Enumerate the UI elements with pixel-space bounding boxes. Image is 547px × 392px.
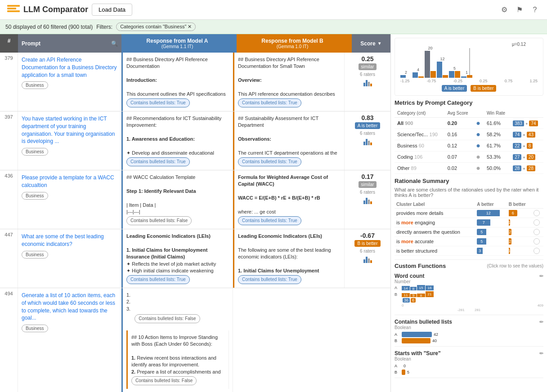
filter-badge[interactable]: Categories contain "Business" ✕ bbox=[116, 22, 196, 31]
response-b-text: ## Business Directory API Reference Docu… bbox=[238, 56, 341, 97]
row-score: 0.25 similar 6 raters bbox=[126, 389, 229, 392]
rationale-table: Cluster Label A better B better provides… bbox=[395, 200, 543, 256]
table-row[interactable]: 447 What are some of the best leading ec… bbox=[0, 229, 390, 288]
table-row[interactable]: 379 Create an API Reference Documentatio… bbox=[0, 53, 390, 111]
cf-diff-axis: -281 281 bbox=[395, 308, 543, 312]
cf-type: Number bbox=[395, 279, 543, 284]
chart-bar-group: 1 bbox=[461, 70, 472, 78]
alert-icon[interactable]: ⚑ bbox=[515, 5, 525, 15]
rationale-row[interactable]: is better structured 3 1 bbox=[395, 246, 543, 256]
rationale-title: Rationale Summary bbox=[395, 178, 543, 184]
metrics-row[interactable]: Other 89 0.02 ● 50.0% 28 ● 28 bbox=[395, 163, 543, 174]
settings-icon[interactable]: ⚙ bbox=[499, 5, 509, 15]
prompt-search-icon[interactable]: 🔍 bbox=[111, 40, 118, 47]
metrics-category: Science/Tec... 190 bbox=[395, 129, 445, 140]
prompt-text: Please provide a template for a WACC cal… bbox=[22, 174, 117, 189]
row-prompt: Please provide a template for a WACC cal… bbox=[18, 170, 121, 229]
col-header-model-b: Response from Model B (Gemma 1.0 IT) bbox=[237, 34, 348, 53]
load-data-button[interactable]: Load Data bbox=[92, 4, 132, 16]
rater-info: 6 raters bbox=[360, 190, 375, 195]
response-a-text: ## WACC Calculation Template Step 1: Ide… bbox=[126, 174, 229, 214]
rationale-circle[interactable] bbox=[534, 238, 540, 245]
rationale-row[interactable]: is more engaging 7 1 bbox=[395, 218, 543, 227]
r-bar-b: 2 bbox=[509, 238, 511, 245]
col-divider-b bbox=[348, 34, 352, 53]
rationale-row[interactable]: directly answers the question 5 2 bbox=[395, 227, 543, 237]
cf-a-label: A bbox=[395, 285, 401, 290]
metrics-row[interactable]: All 900 0.20 ● 61.6% 383 ● 74 bbox=[395, 118, 543, 129]
category-badge[interactable]: Business bbox=[22, 81, 48, 89]
rationale-circle[interactable] bbox=[534, 210, 540, 216]
row-score: -0.67 B is better 6 raters bbox=[345, 229, 390, 288]
rationale-circle[interactable] bbox=[534, 229, 540, 235]
category-badge[interactable]: Business bbox=[22, 192, 48, 200]
cf-label-b: B bbox=[395, 339, 400, 343]
mini-bar bbox=[363, 78, 372, 86]
metrics-wins: 27 ● 20 bbox=[510, 151, 543, 163]
chart-bar-group: 4 bbox=[412, 67, 424, 78]
table-row[interactable]: 436 Please provide a template for a WACC… bbox=[0, 170, 390, 229]
category-badge[interactable]: Business bbox=[22, 325, 48, 332]
response-b: ## 10 Action Items to Improve Standing w… bbox=[126, 330, 229, 389]
cf-bar-b bbox=[402, 370, 405, 375]
cf-bar-seg: 8 bbox=[417, 294, 425, 297]
rationale-circle[interactable] bbox=[534, 248, 540, 254]
legend-b: B is better bbox=[471, 85, 496, 92]
custom-functions-section: Custom Functions (Click row to see the v… bbox=[395, 259, 543, 378]
cf-item[interactable]: Contains bulleted lists ✏ Boolean A 42 B… bbox=[395, 319, 543, 347]
metrics-row[interactable]: Science/Tec... 190 0.16 ● 58.2% 74 ● 43 bbox=[395, 129, 543, 140]
score-value: -0.67 bbox=[360, 232, 375, 239]
logo-line-2 bbox=[7, 8, 16, 9]
right-panel: μ=0.12 2 4 20 12 5 bbox=[390, 34, 547, 392]
cf-name: Starts with "Sure" ✏ bbox=[395, 350, 543, 356]
rationale-desc: What are some clusters of the rationales… bbox=[395, 187, 543, 198]
rationale-row[interactable]: provides more details 12 6 bbox=[395, 209, 543, 218]
cf-val-a: 36 bbox=[403, 298, 410, 303]
rationale-col-label: Cluster Label bbox=[395, 200, 475, 209]
row-prompt: Create an API Reference Documentation fo… bbox=[18, 53, 121, 111]
metrics-col-category: Category (cnt) bbox=[395, 109, 445, 118]
metrics-row[interactable]: Business 60 0.12 ● 61.7% 22 ● 8 bbox=[395, 140, 543, 151]
chart-bar-group: 20 bbox=[425, 46, 436, 78]
win-a: 27 bbox=[513, 154, 521, 160]
cf-edit-icon[interactable]: ✏ bbox=[539, 351, 543, 356]
rationale-label: is more engaging bbox=[395, 218, 475, 227]
cf-bar-seg: 21 bbox=[426, 291, 434, 297]
metrics-row[interactable]: Coding 106 0.07 ● 53.3% 27 ● 20 bbox=[395, 151, 543, 163]
cf-bar-seg: 11 bbox=[402, 293, 410, 297]
chart-bar-b bbox=[430, 71, 436, 78]
metrics-dot: ● bbox=[473, 163, 484, 174]
help-icon[interactable]: ? bbox=[530, 5, 540, 15]
category-badge[interactable]: Business bbox=[22, 148, 48, 156]
metrics-category: Business 60 bbox=[395, 140, 445, 151]
chart-bar-b bbox=[443, 75, 448, 78]
cf-bar-seg: 14 bbox=[402, 286, 410, 290]
metrics-winpct: 50.0% bbox=[484, 163, 510, 174]
mini-bar bbox=[363, 137, 372, 145]
cf-item[interactable]: Word count ✏ Number A 14 8 15 16 B bbox=[395, 273, 543, 315]
row-num: 397 bbox=[0, 111, 18, 170]
cf-bar-seg: 16 bbox=[426, 285, 434, 290]
mu-label: μ=0.12 bbox=[512, 42, 526, 47]
response-b-text: Leading Economic Indicators (LEIs) The f… bbox=[238, 233, 341, 273]
chart-bar-label: 12 bbox=[440, 57, 444, 61]
prompt-text: Create an API Reference Documentation fo… bbox=[22, 56, 117, 79]
row-score: 0.83 A is better 6 raters bbox=[345, 111, 390, 170]
rationale-row[interactable]: is more accurate 5 2 bbox=[395, 237, 543, 246]
rationale-circle[interactable] bbox=[534, 219, 540, 226]
row-num: 436 bbox=[0, 170, 18, 229]
cf-edit-icon[interactable]: ✏ bbox=[539, 319, 543, 325]
chart-bar-b bbox=[467, 75, 472, 78]
cf-bar-seg: 15 bbox=[417, 285, 425, 290]
table-row[interactable]: 494 Generate a list of 10 action items, … bbox=[0, 288, 390, 392]
category-badge[interactable]: Business bbox=[22, 251, 48, 258]
rationale-a-bar: 3 bbox=[475, 246, 507, 256]
cf-item[interactable]: Starts with "Sure" ✏ Boolean A 0 B 5 bbox=[395, 350, 543, 378]
cf-bar-a bbox=[402, 332, 432, 337]
win-b: 43 bbox=[527, 132, 535, 138]
chart-bar-a bbox=[461, 76, 466, 78]
cf-edit-icon[interactable]: ✏ bbox=[539, 273, 543, 279]
legend-a: A is better bbox=[442, 85, 467, 92]
table-row[interactable]: 397 You have started working in the ICT … bbox=[0, 111, 390, 170]
r-bar-a: 3 bbox=[477, 248, 483, 254]
